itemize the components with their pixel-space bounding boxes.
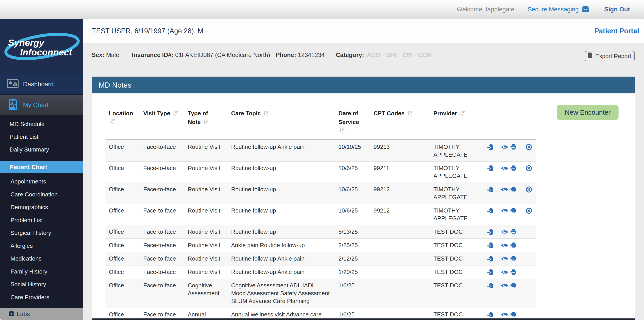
row-actions [483,268,534,275]
welcome-text: Welcome, tapplegate [457,6,514,13]
column-header-type-of-note[interactable]: Type of Note [184,105,228,140]
column-header-cpt-codes[interactable]: CPT Codes [370,105,430,140]
sign-note-icon[interactable] [487,312,493,318]
sign-note-icon[interactable] [487,256,493,262]
sidebar-item-social-history[interactable]: Social History [0,278,83,291]
print-icon[interactable] [510,165,516,172]
column-header-visit-type[interactable]: Visit Type [140,105,184,140]
sidebar-item-medications[interactable]: Medications [0,252,83,265]
patient-portal-link[interactable]: Patient Portal [594,27,639,35]
cell-date-of-service: 2/12/25 [335,252,370,266]
cell-type-of-note: Routine Visit [184,183,228,204]
view-icon[interactable] [501,283,508,288]
view-icon[interactable] [501,270,508,275]
sidebar-menu: MD Schedule Patient List Daily Summary P… [0,115,83,304]
cell-provider: TEST DOC [430,266,480,279]
new-encounter-button[interactable]: New Encounter [557,105,618,120]
sidebar-submenu: Appointments Care Coordination Demograph… [0,175,83,304]
cell-location: Office [106,162,140,183]
sign-note-icon[interactable] [487,186,493,193]
sidebar-item-my-chart[interactable]: My Chart [0,95,83,115]
sidebar-item-care-providers[interactable]: Care Providers [0,291,83,304]
dashboard-icon [7,79,18,89]
sidebar-item-problem-list[interactable]: Problem List [0,214,83,227]
view-icon[interactable] [501,230,508,234]
sex-field: Sex: Male [92,52,119,58]
view-icon[interactable] [501,243,508,248]
sign-note-icon[interactable] [487,165,493,172]
cell-visit-type: Face-to-face [140,266,184,279]
cell-date-of-service: 10/6/25 [335,162,370,183]
sidebar-item-label: Dashboard [23,81,54,88]
cell-care-topic: Routine follow-up [228,204,335,225]
view-icon[interactable] [501,256,508,261]
print-icon[interactable] [510,283,516,289]
print-icon[interactable] [510,256,516,262]
view-icon[interactable] [501,312,508,317]
cell-actions [480,279,536,308]
sign-note-icon[interactable] [487,282,493,289]
top-bar: Welcome, tapplegate Secure Messaging Sig… [0,0,644,19]
view-icon[interactable] [501,166,508,171]
cell-care-topic: Routine follow-up Ankle pain [228,266,335,279]
print-icon[interactable] [510,186,516,193]
sidebar-item-dashboard[interactable]: Dashboard [0,74,83,94]
sign-note-icon[interactable] [487,208,493,214]
sidebar-item-label: Labs [17,310,30,318]
sidebar-item-family-history[interactable]: Family History [0,265,83,278]
sidebar-item-allergies[interactable]: Allergies [0,240,83,252]
sidebar-item-labs[interactable]: Labs [0,308,83,320]
sign-note-icon[interactable] [487,242,493,248]
sidebar-item-care-coordination[interactable]: Care Coordination [0,188,83,201]
cell-actions [480,140,536,162]
print-icon[interactable] [510,269,516,275]
print-icon[interactable] [510,144,516,150]
row-actions [483,186,534,193]
cell-visit-type: Face-to-face [140,239,184,252]
column-header-location[interactable]: Location [106,105,140,140]
sign-note-icon[interactable] [487,229,493,235]
cell-provider: TEST DOC [430,279,480,308]
print-icon[interactable] [510,229,516,235]
delete-icon[interactable] [526,208,532,214]
view-icon[interactable] [501,144,508,150]
app-logo[interactable]: Synergy Infoconnect [0,19,83,74]
row-actions [483,241,534,248]
sign-note-icon[interactable] [487,144,493,150]
column-header-care-topic[interactable]: Care Topic [228,105,335,140]
delete-icon[interactable] [526,186,532,193]
phone-value: 12341234 [298,52,324,58]
cell-location: Office [106,279,140,308]
delete-icon[interactable] [526,165,532,172]
table-row: Office Face-to-face Routine Visit Routin… [106,225,536,239]
row-actions [483,164,534,172]
cell-location: Office [106,140,140,162]
cell-care-topic: Annual wellness visit Advance care [228,308,335,320]
sidebar-item-demographics[interactable]: Demographics [0,201,83,214]
column-header-provider[interactable]: Provider [430,105,480,140]
view-icon[interactable] [501,187,508,192]
sign-out-link[interactable]: Sign Out [604,6,630,13]
sidebar-item-surgical-history[interactable]: Surgical History [0,226,83,240]
table-header-row: Location Visit Type Type of Note Care To… [106,105,536,140]
export-report-button[interactable]: Export Report [585,51,634,61]
view-icon[interactable] [501,208,508,213]
sidebar-item-md-schedule[interactable]: MD Schedule [0,118,83,130]
sidebar-item-appointments[interactable]: Appointments [0,175,83,188]
print-icon[interactable] [510,312,516,318]
delete-icon[interactable] [526,144,532,150]
print-icon[interactable] [510,242,516,248]
sign-note-icon[interactable] [487,269,493,275]
cell-provider: TEST DOC [430,308,480,320]
column-label: Date of Service [338,110,359,125]
sidebar-item-daily-summary[interactable]: Daily Summary [0,143,83,156]
cell-type-of-note: Routine Visit [184,204,228,225]
file-icon [588,52,592,60]
secure-messaging-link[interactable]: Secure Messaging [528,6,589,14]
cell-location: Office [106,308,140,320]
sidebar-item-patient-list[interactable]: Patient List [0,130,83,143]
table-row: Office Face-to-face Routine Visit Ankle … [106,239,536,252]
sidebar-item-patient-chart[interactable]: Patient Chart [0,161,83,173]
print-icon[interactable] [510,208,516,214]
column-header-date-of-service[interactable]: Date of Service [335,105,370,140]
